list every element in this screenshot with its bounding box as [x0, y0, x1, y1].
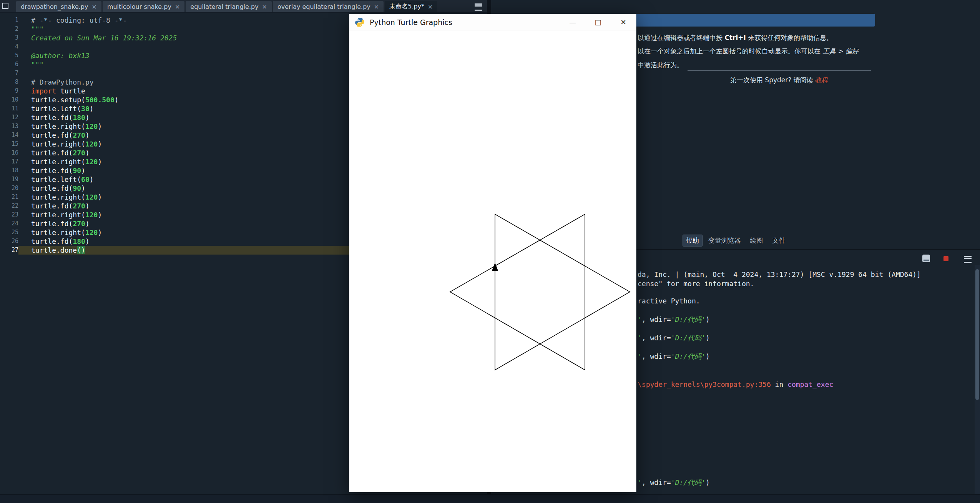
tab-close-icon[interactable]: × [262, 3, 267, 10]
line-number: 2 [0, 25, 18, 33]
python-logo-icon [355, 17, 365, 27]
console-token: da, Inc. | (main, Oct 4 2024, 13:17:27) … [638, 270, 921, 278]
console-scrollbar[interactable] [975, 265, 980, 494]
token: ) [115, 96, 119, 104]
console-line: ', wdir='D:/代码') [638, 352, 710, 361]
console-token: ) [706, 478, 710, 486]
line-number: 20 [0, 184, 18, 193]
line-number: 5 [0, 51, 18, 60]
editor-tab[interactable]: multicolour snake.py× [103, 1, 184, 12]
line-number: 9 [0, 87, 18, 95]
token: Created on Sun Mar 16 19:32:16 2025 [31, 34, 177, 42]
token: turtle.right( [31, 140, 85, 148]
tab-close-icon[interactable]: × [428, 3, 433, 10]
editor-tab[interactable]: 未命名5.py*× [385, 1, 437, 12]
token: 90 [73, 184, 81, 192]
pane-tab-plots[interactable]: 绘图 [747, 235, 767, 247]
token: turtle.fd( [31, 131, 73, 139]
token: turtle.fd( [31, 167, 73, 175]
token: # -*- coding: utf-8 -*- [31, 16, 127, 24]
token: # DrawPython.py [31, 78, 94, 86]
line-number: 26 [0, 237, 18, 246]
editor-tab[interactable]: equilateral triangle.py× [186, 1, 272, 12]
turtle-graphics-window: Python Turtle Graphics — □ ✕ [349, 14, 636, 492]
token: 180 [73, 237, 85, 245]
line-number: 12 [0, 113, 18, 122]
interrupt-kernel-icon[interactable] [943, 256, 948, 261]
token: 120 [85, 228, 98, 237]
console-token: ractive Python. [638, 297, 700, 305]
maximize-button[interactable]: □ [585, 14, 611, 30]
token: ) [98, 158, 102, 166]
editor-options-menu-icon[interactable] [475, 3, 482, 11]
console-token: ) [706, 334, 710, 342]
tab-label: drawpathon_snake.py [21, 3, 88, 10]
token: ) [98, 193, 102, 201]
token: turtle.left( [31, 105, 81, 113]
pane-tab-files[interactable]: 文件 [769, 235, 789, 247]
line-number: 1 [0, 16, 18, 25]
line-number: 8 [0, 78, 18, 87]
token: turtle.setup( [31, 96, 85, 104]
turtle-window-title: Python Turtle Graphics [370, 18, 452, 27]
line-number: 21 [0, 193, 18, 202]
token: ) [81, 184, 85, 192]
help-text: Ctrl+I [724, 34, 746, 42]
console-scrollbar-thumb[interactable] [975, 269, 979, 400]
token: turtle.right( [31, 193, 85, 201]
pane-tab-variable-explorer[interactable]: 变量浏览器 [705, 235, 744, 247]
close-button[interactable]: ✕ [611, 14, 636, 30]
token: @author: bxk13 [31, 52, 90, 60]
token: ) [98, 211, 102, 219]
token: turtle.right( [31, 122, 85, 130]
editor-tab[interactable]: overlay equilateral triangle.py× [273, 1, 384, 12]
editor-tab[interactable]: drawpathon_snake.py× [16, 1, 101, 12]
tab-close-icon[interactable]: × [374, 3, 379, 10]
token: turtle.fd( [31, 184, 73, 192]
help-text: 以在一个对象之后加上一个左圆括号的时候自动显示。你可以在 [638, 47, 822, 55]
token: turtle.done [31, 246, 77, 254]
help-text: 第一次使用 Spyder? 请阅读 [730, 76, 815, 84]
tab-close-icon[interactable]: × [91, 3, 96, 10]
pane-tab-help[interactable]: 帮助 [683, 235, 703, 247]
token: turtle.fd( [31, 113, 73, 122]
editor-pane-icon[interactable] [2, 3, 8, 9]
console-token: 'D:/代码' [671, 352, 706, 360]
token: ) [98, 122, 102, 130]
editor-tab-strip: drawpathon_snake.py×multicolour snake.py… [0, 0, 487, 13]
line-number: 17 [0, 157, 18, 166]
line-number: 22 [0, 202, 18, 210]
console-line: ractive Python. [638, 296, 700, 305]
tab-label: overlay equilateral triangle.py [277, 3, 370, 10]
console-token: 'D:/代码' [671, 315, 706, 323]
console-pane-icon[interactable] [922, 255, 930, 262]
token: ) [85, 131, 90, 139]
line-number: 19 [0, 175, 18, 184]
help-text: 以通过在编辑器或者终端中按 [638, 34, 724, 42]
tutorial-link[interactable]: 教程 [815, 76, 828, 84]
console-token: ' [638, 478, 642, 486]
console-line: \spyder_kernels\py3compat.py:356 in comp… [638, 380, 833, 389]
console-line: ', wdir='D:/代码') [638, 315, 710, 324]
spyder-window: { "editor": { "close_glyph": "×", "tabs"… [0, 0, 980, 503]
console-token: ) [706, 352, 710, 360]
token: turtle.fd( [31, 149, 73, 157]
token: ) [85, 202, 90, 210]
token: turtle.left( [31, 175, 81, 183]
token: () [77, 246, 85, 254]
tab-close-icon[interactable]: × [175, 3, 180, 10]
console-token: cense" for more information. [638, 280, 754, 288]
console-line: da, Inc. | (main, Oct 4 2024, 13:17:27) … [638, 270, 921, 279]
line-number: 15 [0, 140, 18, 148]
token: """ [31, 60, 44, 68]
token: ) [85, 149, 90, 157]
help-divider [688, 70, 871, 71]
token: turtle.right( [31, 211, 85, 219]
minimize-button[interactable]: — [560, 14, 585, 30]
token: ) [90, 175, 94, 183]
token: 120 [85, 122, 98, 130]
turtle-window-titlebar[interactable]: Python Turtle Graphics — □ ✕ [349, 14, 636, 30]
line-number: 23 [0, 210, 18, 219]
help-text: 中激活此行为。 [638, 61, 683, 69]
console-options-menu-icon[interactable] [964, 256, 972, 263]
